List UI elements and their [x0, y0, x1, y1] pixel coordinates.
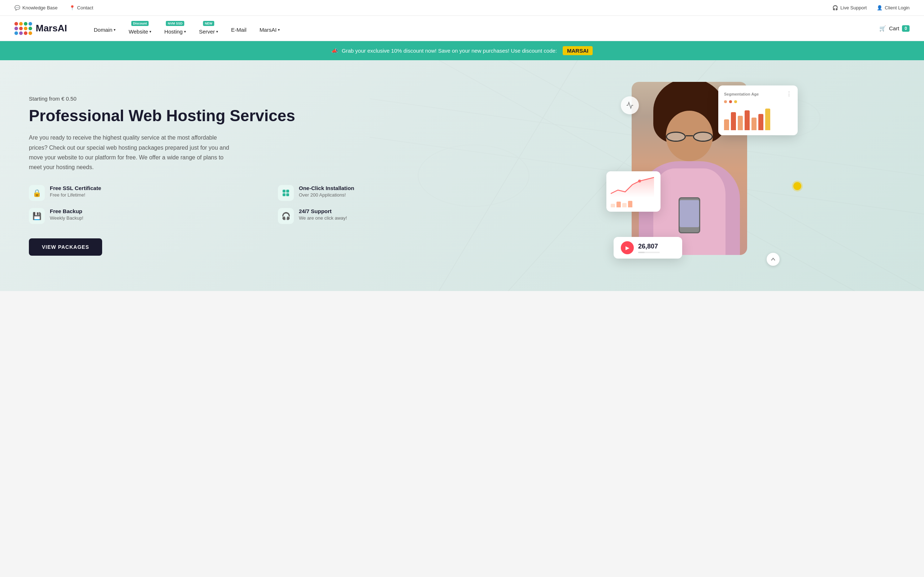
play-count: 26,807	[638, 243, 660, 250]
location-icon: 📍	[69, 5, 75, 10]
logo-dots	[15, 22, 32, 35]
chart-menu-icon: ⋮	[786, 90, 792, 97]
oneclick-icon	[278, 185, 294, 201]
chevron-down-icon: ▾	[149, 29, 151, 34]
discount-code: MARSAI	[563, 46, 593, 55]
svg-rect-8	[283, 190, 286, 193]
line-chart-card	[606, 171, 661, 212]
person-container: Segmentation Age ⋮	[632, 82, 769, 269]
client-login-link[interactable]: 👤 Client Login	[877, 5, 909, 10]
top-bar-right: 🎧 Live Support 👤 Client Login	[832, 5, 909, 10]
live-support-link[interactable]: 🎧 Live Support	[832, 5, 867, 10]
line-chart-svg	[611, 176, 654, 197]
logo[interactable]: MarsAI	[15, 22, 67, 35]
logo-dot-6	[19, 27, 23, 30]
svg-rect-11	[286, 193, 289, 196]
backup-subtitle: Weekly Backup!	[50, 215, 83, 221]
hero-visual: Segmentation Age ⋮	[505, 82, 895, 269]
chart-bar	[758, 114, 763, 130]
cart-count: 0	[902, 25, 909, 32]
oneclick-text: One-Click Installation Over 200 Applicat…	[299, 185, 354, 198]
svg-rect-9	[286, 190, 289, 193]
nav-item-website[interactable]: Discount Website ▾	[123, 16, 156, 41]
play-button[interactable]: ▶	[621, 241, 634, 254]
megaphone-icon: 📣	[331, 48, 338, 54]
ssl-text: Free SSL Certificate Free for Lifetime!	[50, 185, 101, 198]
support-subtitle: We are one click away!	[299, 215, 347, 221]
hero-section: Starting from € 0.50 Professional Web Ho…	[0, 60, 924, 291]
hero-description: Are you ready to receive the highest qua…	[29, 133, 231, 172]
support-text: 24/7 Support We are one click away!	[299, 208, 347, 221]
view-packages-button[interactable]: VIEW PACKAGES	[29, 239, 102, 256]
nav-links: Domain ▾ Discount Website ▾ NVM SSD Host…	[89, 16, 879, 41]
backup-icon: 💾	[29, 208, 45, 224]
starting-price: Starting from € 0.50	[29, 95, 505, 102]
contact-link[interactable]: 📍 Contact	[69, 5, 94, 10]
discount-badge: Discount	[131, 21, 149, 26]
nav-item-hosting[interactable]: NVM SSD Hosting ▾	[159, 16, 191, 41]
play-count-container: 26,807	[638, 243, 660, 253]
logo-dot-1	[15, 22, 18, 26]
cart-button[interactable]: 🛒 Cart 0	[879, 25, 909, 32]
client-login-label: Client Login	[885, 5, 909, 10]
main-nav: MarsAI Domain ▾ Discount Website ▾ NVM S…	[0, 16, 924, 41]
support-title: 24/7 Support	[299, 208, 347, 214]
chevron-down-icon: ▾	[114, 28, 115, 32]
nav-item-domain[interactable]: Domain ▾	[89, 16, 121, 41]
chart-bar	[765, 108, 770, 130]
banner-text: Grab your exclusive 10% discount now! Sa…	[342, 48, 557, 54]
play-card: ▶ 26,807	[614, 237, 682, 259]
user-icon: 👤	[877, 5, 882, 10]
promo-banner: 📣 Grab your exclusive 10% discount now! …	[0, 41, 924, 60]
chat-icon: 💬	[15, 5, 20, 10]
backup-title: Free Backup	[50, 208, 83, 214]
logo-dot-5	[15, 27, 18, 30]
play-progress-bar	[638, 252, 660, 253]
pulse-icon	[621, 96, 639, 114]
headset-icon: 🎧	[832, 5, 838, 10]
nvm-badge: NVM SSD	[166, 21, 184, 26]
svg-rect-10	[283, 193, 286, 196]
ssl-title: Free SSL Certificate	[50, 185, 101, 191]
knowledge-base-label: Knowledge Base	[23, 5, 58, 10]
nav-item-marsai[interactable]: MarsAI ▾	[254, 16, 285, 41]
top-bar: 💬 Knowledge Base 📍 Contact 🎧 Live Suppor…	[0, 0, 924, 16]
new-badge: NEW	[203, 21, 214, 26]
chevron-down-icon: ▾	[216, 29, 218, 34]
chevron-down-icon: ▾	[184, 29, 186, 34]
logo-dot-8	[29, 27, 32, 30]
feature-backup: 💾 Free Backup Weekly Backup!	[29, 208, 256, 224]
hero-content: Starting from € 0.50 Professional Web Ho…	[29, 95, 505, 256]
knowledge-base-link[interactable]: 💬 Knowledge Base	[15, 5, 58, 10]
support-icon: 🎧	[278, 208, 294, 224]
backup-text: Free Backup Weekly Backup!	[50, 208, 83, 221]
scroll-up-icon[interactable]	[767, 253, 780, 266]
feature-oneclick: One-Click Installation Over 200 Applicat…	[278, 185, 505, 201]
nav-item-server[interactable]: NEW Server ▾	[194, 16, 223, 41]
logo-dot-3	[24, 22, 27, 26]
contact-label: Contact	[77, 5, 94, 10]
features-grid: 🔒 Free SSL Certificate Free for Lifetime…	[29, 185, 505, 224]
feature-ssl: 🔒 Free SSL Certificate Free for Lifetime…	[29, 185, 256, 201]
nav-right: 🛒 Cart 0	[879, 25, 909, 32]
chevron-down-icon: ▾	[278, 28, 280, 32]
chart-bar	[731, 112, 736, 130]
oneclick-title: One-Click Installation	[299, 185, 354, 191]
chart-card: Segmentation Age ⋮	[718, 85, 798, 135]
yellow-dot-decoration	[793, 182, 801, 190]
svg-point-12	[638, 180, 641, 182]
logo-dot-7	[24, 27, 27, 30]
logo-dot-9	[15, 31, 18, 35]
hero-title: Professional Web Hosting Services	[29, 107, 505, 125]
logo-dot-10	[19, 31, 23, 35]
ssl-subtitle: Free for Lifetime!	[50, 192, 101, 198]
top-bar-left: 💬 Knowledge Base 📍 Contact	[15, 5, 93, 10]
logo-dot-12	[29, 31, 32, 35]
logo-dot-11	[24, 31, 27, 35]
oneclick-subtitle: Over 200 Applications!	[299, 192, 354, 198]
nav-item-email[interactable]: E-Mail	[226, 16, 252, 41]
chart-bar	[724, 119, 729, 130]
cart-icon: 🛒	[879, 25, 886, 32]
chart-bar	[738, 116, 743, 130]
logo-dot-4	[29, 22, 32, 26]
